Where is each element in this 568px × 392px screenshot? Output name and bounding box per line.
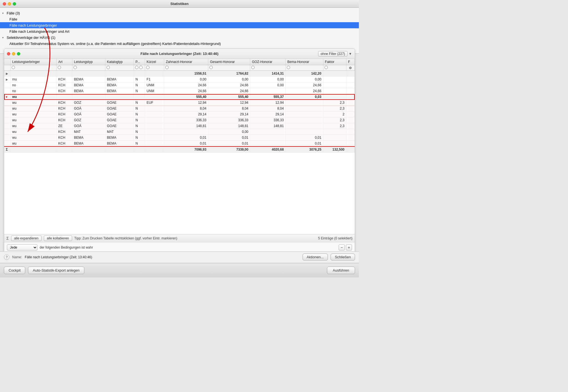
table-row[interactable]: wu KCH GOÄ GOAE N 29,14 29,14 29,14 2 — [4, 112, 355, 117]
col-header-p[interactable]: P... — [134, 59, 145, 65]
top-sum-p — [134, 71, 145, 77]
table-row[interactable]: wu KCH GOZ GOAE N EUF 12,94 12,94 12,94 … — [4, 100, 355, 106]
row-ltyp-wu4: GOZ — [72, 117, 105, 123]
row-gesamt-no1: 24,66 — [208, 82, 250, 88]
panel-minimize-button[interactable] — [12, 52, 15, 55]
row-bema-wu1 — [286, 100, 323, 106]
col-header-f[interactable]: F — [346, 59, 355, 65]
aktionen-button[interactable]: Aktionen... — [303, 254, 328, 261]
filter-condition-label: der folgenden Bedingungen ist wahr — [40, 246, 93, 249]
panel-title: Fälle nach Leistungserbringer (Zeit: 13:… — [140, 52, 218, 56]
filter-icon[interactable]: ▼ — [349, 52, 352, 56]
auto-export-button[interactable]: Auto-Statistik-Export anlegen — [28, 267, 84, 274]
col-header-lb[interactable]: Leistungserbringer — [11, 59, 57, 65]
row-art-wu1: KCH — [57, 100, 72, 106]
row-f-wu4 — [346, 117, 355, 123]
col-header-bema[interactable]: Bema-Honorar — [286, 59, 323, 65]
filter-condition-select[interactable]: Jede — [7, 244, 37, 251]
table-container[interactable]: Leistungserbringer Art Leistungstyp Kata… — [4, 59, 355, 234]
row-p-mu: N — [134, 77, 145, 82]
filter-radio-ltyp — [72, 65, 105, 71]
row-goz-wu2: 8,04 — [250, 106, 286, 112]
close-button[interactable] — [3, 2, 6, 6]
help-button[interactable]: ? — [4, 254, 9, 260]
row-goz-mu: 0,00 — [250, 77, 286, 82]
table-row[interactable]: ▶ mu KCH BEMA BEMA N F1 0,00 0,00 0,00 0… — [4, 77, 355, 82]
row-bema-no1: 24,66 — [286, 82, 323, 88]
filter-radio-goz — [250, 65, 286, 71]
tree-item-faelle-lb[interactable]: Fälle nach Leistungserbringer — [0, 22, 359, 28]
top-sum-art — [57, 71, 72, 77]
totals-ktyp — [105, 146, 134, 153]
bottom-right: Ausführen — [327, 267, 355, 274]
col-header-zahnarzt[interactable]: Zahnarzt-Honorar — [164, 59, 208, 65]
totals-gesamt: 7339,00 — [208, 146, 250, 153]
table-row[interactable]: wu ZE GOÄ GOAE N 148,81 148,81 148,81 2,… — [4, 123, 355, 129]
row-p-wu6: N — [134, 129, 145, 135]
top-sum-f — [346, 71, 355, 77]
row-zahnarzt-wu3: 29,14 — [164, 112, 208, 117]
row-faktor-wu7 — [323, 135, 346, 141]
table-row[interactable]: wu KCH GOÄ GOAE N 8,04 8,04 8,04 2,3 — [4, 106, 355, 112]
col-header-goz[interactable]: GOZ-Honorar — [250, 59, 286, 65]
top-sum-goz: 1414,31 — [250, 71, 286, 77]
panel-close-button[interactable] — [7, 52, 10, 55]
table-row[interactable]: no KCH BEMA BEMA N UNM 24,66 24,66 24,66 — [4, 88, 355, 94]
filter-area: Jede der folgenden Bedingungen ist wahr … — [4, 242, 355, 252]
row-faktor-wu3: 2 — [323, 112, 346, 117]
col-header-kuerzel[interactable]: Kürzel — [145, 59, 164, 65]
col-header-ltyp[interactable]: Leistungstyp — [72, 59, 105, 65]
row-zahnarzt-no1: 24,66 — [164, 82, 208, 88]
tree-group-selektiv[interactable]: ▾ Selektivverträge der HÄVG (1) — [0, 34, 359, 41]
row-kuerzel-no2: UNM — [145, 88, 164, 94]
filter-button[interactable]: ohne Filter (227) — [318, 51, 348, 57]
row-goz-wu8 — [250, 141, 286, 147]
row-ktyp-no2: BEMA — [105, 88, 134, 94]
row-sub-expand-3 — [4, 112, 11, 117]
row-gesamt-mu: 0,00 — [208, 77, 250, 82]
filter-radio-kuerzel — [145, 65, 164, 71]
table-row-wu-group[interactable]: ▾ wu 555,40 555,40 555,37 0,03 — [4, 94, 355, 100]
expand-all-button[interactable]: alle expandieren — [11, 236, 42, 241]
zoom-button[interactable] — [13, 2, 16, 6]
ausfuehren-button[interactable]: Ausführen — [327, 267, 355, 274]
filter-radio-f: ⚙ — [346, 65, 355, 71]
row-ktyp-wu6: MAT — [105, 129, 134, 135]
row-faktor-wu6 — [323, 129, 346, 135]
row-goz-wu: 555,37 — [250, 94, 286, 100]
filter-remove-button[interactable]: − — [339, 244, 345, 251]
tree-group-selektiv-label: Selektivverträge der HÄVG (1) — [6, 36, 55, 40]
tree-item-faelle[interactable]: Fälle — [0, 16, 359, 22]
tree-item-selektiv-1[interactable]: Aktueller SV-Teilnahmestatus System vs. … — [0, 41, 359, 47]
row-gesamt-wu2: 8,04 — [208, 106, 250, 112]
table-row[interactable]: no KCH BEMA BEMA N UNM 24,66 24,66 0,00 … — [4, 82, 355, 88]
col-header-art[interactable]: Art — [57, 59, 72, 65]
row-p-wu8: N — [134, 141, 145, 147]
col-header-gesamt[interactable]: Gesamt-Honorar — [208, 59, 250, 65]
cockpit-button[interactable]: Cockpit — [4, 267, 25, 274]
collapse-all-button[interactable]: alle kollabieren — [44, 236, 72, 241]
table-row[interactable]: wu KCH BEMA BEMA N 0,01 0,01 0,01 — [4, 141, 355, 147]
row-ktyp-wu2: GOAE — [105, 106, 134, 112]
minimize-button[interactable] — [8, 2, 11, 6]
row-zahnarzt-wu6 — [164, 129, 208, 135]
col-header-ktyp[interactable]: Katalogtyp — [105, 59, 134, 65]
filter-add-button[interactable]: + — [346, 244, 352, 251]
table-row[interactable]: wu KCH BEMA BEMA N 0,01 0,01 0,01 — [4, 135, 355, 141]
row-goz-no1: 0,00 — [250, 82, 286, 88]
tree-item-faelle-lb-art[interactable]: Fälle nach Leistungserbringer und Art — [0, 28, 359, 34]
schliessen-button[interactable]: Schließen — [331, 254, 355, 261]
panel-zoom-button[interactable] — [17, 52, 20, 55]
table-row[interactable]: wu KCH GOZ GOAE N 336,33 336,33 336,33 2… — [4, 117, 355, 123]
row-faktor-wu — [323, 94, 346, 100]
row-ktyp-wu — [105, 94, 134, 100]
row-lb-wu2: wu — [11, 106, 57, 112]
top-sum-faktor — [323, 71, 346, 77]
row-ltyp-mu: BEMA — [72, 77, 105, 82]
row-lb-mu: mu — [11, 77, 57, 82]
row-ltyp-wu6: MAT — [72, 129, 105, 135]
table-row[interactable]: wu KCH MAT MAT N 0,00 — [4, 129, 355, 135]
col-header-faktor[interactable]: Faktor — [323, 59, 346, 65]
row-kuerzel-wu3 — [145, 112, 164, 117]
tree-group-faelle[interactable]: ▾ Fälle (3) — [0, 10, 359, 16]
